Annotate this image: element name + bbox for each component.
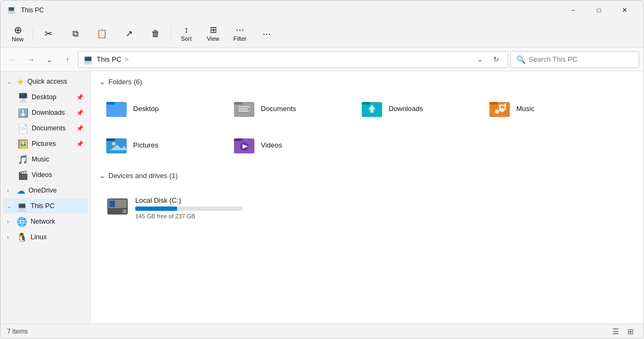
pin-icon-pictures: 📌 — [76, 141, 84, 148]
pictures-folder-name: Pictures — [133, 141, 158, 149]
sidebar-quick-access-items: 🖥️ Desktop 📌 ⬇️ Downloads 📌 📄 Documents … — [1, 90, 90, 182]
documents-folder-svg — [234, 98, 255, 118]
drives-grid: Local Disk (C:) 145 GB free of 237 GB — [99, 186, 635, 229]
pin-icon-documents: 📌 — [76, 125, 84, 132]
music-folder-icon-wrap — [489, 98, 511, 119]
drive-item-c[interactable]: Local Disk (C:) 145 GB free of 237 GB — [99, 186, 250, 229]
sidebar-item-linux[interactable]: › 🐧 Linux — [3, 230, 88, 245]
folder-item-downloads[interactable]: Downloads — [355, 92, 478, 124]
minimize-button[interactable]: − — [561, 2, 586, 19]
filter-icon: ⋯ — [236, 26, 244, 34]
view-button[interactable]: ⊞ View — [200, 22, 226, 46]
svg-rect-33 — [109, 201, 115, 207]
sidebar-item-this-pc[interactable]: ⌄ 💻 This PC — [3, 198, 88, 213]
sidebar-item-desktop[interactable]: 🖥️ Desktop 📌 — [13, 90, 88, 105]
videos-folder-icon: 🎬 — [18, 170, 28, 180]
svg-rect-7 — [238, 108, 248, 109]
paste-icon: 📋 — [97, 30, 107, 38]
folder-item-desktop[interactable]: Desktop — [99, 92, 223, 124]
share-button[interactable]: ↗ — [116, 22, 142, 46]
folder-item-documents[interactable]: Documents — [227, 92, 350, 124]
svg-rect-8 — [238, 110, 249, 112]
sort-button[interactable]: ↕ Sort — [173, 22, 199, 46]
sidebar-quick-access[interactable]: ⌄ ★ Quick access — [3, 74, 88, 89]
svg-point-24 — [112, 142, 115, 145]
desktop-folder-svg — [106, 98, 128, 118]
back-button[interactable]: ← — [5, 51, 21, 68]
drive-free-c: 145 GB free of 237 GB — [135, 213, 243, 219]
svg-rect-19 — [504, 104, 506, 110]
status-bar-right: ☰ ⊞ — [609, 325, 637, 338]
paste-button[interactable]: 📋 — [89, 22, 115, 46]
delete-button[interactable]: 🗑 — [143, 22, 169, 46]
folder-item-videos[interactable]: Videos — [227, 129, 350, 161]
address-refresh-button[interactable]: ↻ — [488, 52, 503, 67]
sidebar-quick-access-label: Quick access — [27, 78, 84, 85]
up-button[interactable]: ↑ — [60, 51, 76, 68]
address-row: ← → ⌄ ↑ 💻 This PC > ⌄ ↻ 🔍 — [1, 48, 643, 71]
filter-button[interactable]: ⋯ Filter — [227, 22, 253, 46]
toolbar-divider-2 — [171, 26, 171, 41]
svg-rect-28 — [234, 138, 243, 141]
status-items: 7 items — [7, 328, 28, 335]
copy-button[interactable]: ⧉ — [62, 22, 88, 46]
search-box[interactable]: 🔍 — [510, 51, 639, 68]
new-icon: ⊕ — [14, 25, 22, 35]
svg-rect-23 — [106, 138, 115, 141]
pictures-folder-icon: 🖼️ — [18, 139, 28, 149]
videos-folder-svg — [234, 134, 255, 154]
title-bar-icon: 💻 — [7, 5, 17, 15]
address-bar[interactable]: 💻 This PC > ⌄ ↻ — [78, 51, 508, 68]
svg-rect-1 — [106, 103, 127, 117]
status-bar: 7 items ☰ ⊞ — [1, 323, 643, 338]
chevron-right-icon: › — [7, 188, 13, 194]
list-view-button[interactable]: ☰ — [609, 325, 622, 338]
title-bar: 💻 This PC − □ ✕ — [1, 1, 643, 20]
filter-label: Filter — [233, 35, 246, 42]
sidebar-item-network[interactable]: › 🌐 Network — [3, 214, 88, 229]
address-dropdown-button[interactable]: ⌄ — [472, 52, 487, 67]
drives-section-header[interactable]: ⌄ Devices and drives (1) — [99, 172, 635, 180]
chevron-right-icon-linux: › — [7, 234, 13, 240]
address-pc-icon: 💻 — [83, 54, 93, 64]
music-folder-icon: 🎵 — [18, 154, 28, 165]
drive-name-c: Local Disk (C:) — [135, 196, 243, 204]
videos-folder-icon-wrap — [234, 134, 255, 156]
sidebar-item-videos[interactable]: 🎬 Videos — [13, 167, 88, 182]
cut-icon: ✂ — [45, 29, 53, 39]
pc-icon: 💻 — [17, 201, 27, 211]
folders-section-header[interactable]: ⌄ Folders (6) — [99, 78, 635, 86]
search-input[interactable] — [529, 55, 633, 63]
content-area: ⌄ Folders (6) Desktop — [91, 71, 643, 323]
sidebar-item-downloads[interactable]: ⬇️ Downloads 📌 — [13, 105, 88, 120]
more-button[interactable]: ··· — [254, 22, 280, 46]
new-label: New — [12, 36, 24, 42]
folder-item-pictures[interactable]: Pictures — [99, 129, 223, 161]
sidebar-item-documents[interactable]: 📄 Documents 📌 — [13, 121, 88, 136]
documents-folder-name: Documents — [261, 105, 296, 113]
sidebar-music-label: Music — [32, 156, 84, 163]
maximize-button[interactable]: □ — [587, 2, 611, 19]
title-bar-controls: − □ ✕ — [561, 2, 637, 19]
sort-label: Sort — [181, 35, 192, 42]
recent-button[interactable]: ⌄ — [41, 51, 57, 68]
svg-rect-6 — [238, 106, 250, 107]
new-button[interactable]: ⊕ New — [5, 22, 31, 46]
copy-icon: ⧉ — [72, 30, 78, 38]
share-icon: ↗ — [126, 30, 133, 38]
folders-header-label: Folders (6) — [108, 78, 142, 86]
sidebar-item-onedrive[interactable]: › ☁ OneDrive — [3, 183, 88, 198]
grid-view-button[interactable]: ⊞ — [624, 325, 637, 338]
network-icon: 🌐 — [17, 217, 27, 227]
close-button[interactable]: ✕ — [612, 2, 637, 19]
cut-button[interactable]: ✂ — [35, 22, 61, 46]
downloads-folder-svg — [362, 98, 383, 118]
star-icon: ★ — [17, 77, 24, 87]
forward-button[interactable]: → — [23, 51, 39, 68]
folder-item-music[interactable]: Music — [482, 92, 606, 124]
desktop-folder-icon-wrap — [106, 98, 128, 119]
sidebar-item-pictures[interactable]: 🖼️ Pictures 📌 — [13, 136, 88, 151]
downloads-folder-icon-wrap — [362, 98, 383, 119]
sidebar-item-music[interactable]: 🎵 Music — [13, 152, 88, 167]
sort-icon: ↕ — [184, 26, 188, 34]
